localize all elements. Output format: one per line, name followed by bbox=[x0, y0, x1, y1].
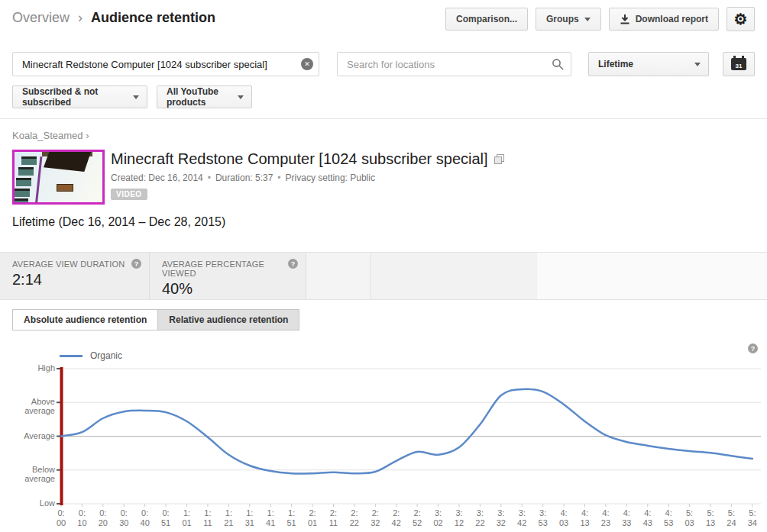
stat-average-view-duration: AVERAGE VIEW DURATION 2:14 ? bbox=[0, 253, 150, 299]
chart-help: ? bbox=[748, 343, 758, 353]
meta-separator: • bbox=[208, 172, 211, 183]
chevron-down-icon bbox=[133, 95, 139, 99]
location-search-input[interactable] bbox=[337, 52, 571, 76]
help-icon[interactable]: ? bbox=[131, 259, 141, 269]
chevron-right-icon: › bbox=[86, 130, 89, 141]
clear-filter-icon[interactable]: ✕ bbox=[301, 58, 313, 70]
settings-button[interactable]: ⚙ bbox=[727, 7, 755, 31]
stat-cell-empty bbox=[306, 253, 371, 299]
legend-label: Organic bbox=[90, 350, 122, 361]
search-icon[interactable] bbox=[552, 58, 564, 70]
retention-chart-plot[interactable] bbox=[0, 363, 767, 515]
filter-row-primary: ✕ Lifetime 31 bbox=[0, 52, 767, 76]
help-icon[interactable]: ? bbox=[288, 259, 298, 269]
calendar-button[interactable]: 31 bbox=[723, 52, 755, 76]
stat-value: 40% bbox=[162, 280, 295, 298]
stat-label: AVERAGE PERCENTAGE VIEWED bbox=[162, 260, 295, 278]
breadcrumb-separator: › bbox=[78, 10, 83, 25]
video-type-badge: VIDEO bbox=[111, 189, 147, 200]
chevron-down-icon bbox=[694, 63, 701, 66]
video-created: Created: Dec 16, 2014 bbox=[111, 172, 203, 183]
stat-label: AVERAGE VIEW DURATION bbox=[12, 260, 138, 269]
stat-value: 2:14 bbox=[12, 271, 138, 289]
chart-legend: Organic bbox=[60, 350, 122, 361]
retention-tabs: Absolute audience retention Relative aud… bbox=[12, 309, 299, 330]
content-filter-input[interactable] bbox=[12, 52, 319, 76]
video-title: Minecraft Redstone Computer [1024 subscr… bbox=[111, 150, 488, 168]
download-icon bbox=[620, 14, 630, 24]
date-range-value: Lifetime bbox=[598, 59, 633, 69]
breadcrumb-overview-link[interactable]: Overview bbox=[12, 10, 70, 25]
products-value: All YouTube products bbox=[167, 86, 238, 108]
stat-cell-empty bbox=[537, 253, 767, 299]
channel-link[interactable]: Koala_Steamed › bbox=[12, 130, 89, 141]
date-range-select[interactable]: Lifetime bbox=[588, 52, 709, 76]
meta-separator: • bbox=[277, 172, 280, 183]
section-divider bbox=[0, 118, 767, 119]
page-title: Audience retention bbox=[91, 10, 215, 25]
report-period: Lifetime (Dec 16, 2014 – Dec 28, 2015) bbox=[12, 215, 225, 229]
video-duration: Duration: 5:37 bbox=[215, 172, 273, 183]
gear-icon: ⚙ bbox=[734, 11, 748, 27]
thumbnail-art bbox=[57, 184, 73, 192]
chevron-down-icon bbox=[584, 18, 591, 21]
calendar-day-label: 31 bbox=[736, 62, 743, 70]
subscribers-value: Subscribed & not subscribed bbox=[22, 86, 133, 108]
groups-button-label: Groups bbox=[546, 14, 579, 24]
products-select[interactable]: All YouTube products bbox=[157, 85, 252, 108]
help-icon[interactable]: ? bbox=[748, 343, 758, 353]
tab-absolute-retention[interactable]: Absolute audience retention bbox=[12, 309, 158, 330]
calendar-icon: 31 bbox=[731, 58, 746, 70]
tab-relative-retention[interactable]: Relative audience retention bbox=[157, 309, 299, 330]
channel-name: Koala_Steamed bbox=[12, 130, 83, 141]
breadcrumb: Overview › Audience retention bbox=[12, 10, 215, 26]
stats-band: AVERAGE VIEW DURATION 2:14 ? AVERAGE PER… bbox=[0, 252, 767, 300]
download-report-button[interactable]: Download report bbox=[609, 8, 719, 31]
filter-row-secondary: Subscribed & not subscribed All YouTube … bbox=[0, 85, 767, 108]
groups-button[interactable]: Groups bbox=[536, 8, 601, 31]
header-toolbar: Comparison... Groups Download report ⚙ bbox=[445, 7, 755, 31]
video-privacy: Privacy setting: Public bbox=[286, 172, 375, 183]
stat-average-percentage-viewed: AVERAGE PERCENTAGE VIEWED 40% ? bbox=[150, 253, 306, 299]
video-meta: Created: Dec 16, 2014•Duration: 5:37•Pri… bbox=[111, 172, 375, 183]
comparison-button[interactable]: Comparison... bbox=[445, 8, 528, 31]
chevron-down-icon bbox=[238, 95, 244, 99]
download-report-label: Download report bbox=[636, 14, 708, 24]
legend-line-swatch bbox=[60, 355, 83, 357]
thumbnail-art bbox=[44, 152, 91, 172]
watch-video-icon[interactable] bbox=[494, 154, 504, 164]
stat-cell-empty bbox=[371, 253, 537, 299]
thumbnail-art bbox=[15, 156, 40, 205]
subscribers-select[interactable]: Subscribed & not subscribed bbox=[12, 85, 147, 108]
video-thumbnail[interactable] bbox=[12, 150, 105, 205]
